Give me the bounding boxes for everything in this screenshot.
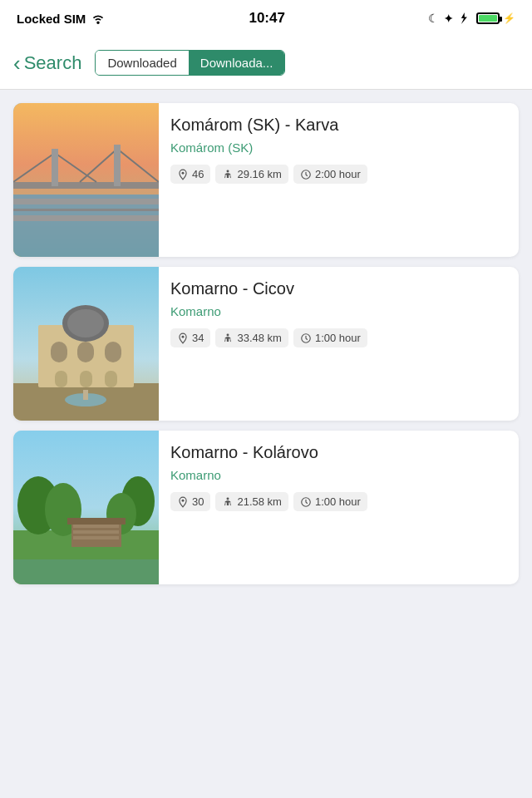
route-region-komarno-cicov: Komarno — [170, 304, 507, 318]
route-image-komarno-kolarovo — [13, 431, 159, 584]
svg-rect-2 — [13, 182, 159, 189]
svg-rect-36 — [67, 518, 126, 525]
svg-rect-7 — [52, 149, 58, 186]
back-chevron-icon: ‹ — [13, 52, 21, 74]
bluetooth-icon: ✦ — [444, 12, 453, 25]
pin-icon — [177, 332, 189, 344]
route-region-komarom-karva: Komárom (SK) — [170, 140, 507, 155]
route-region-komarno-kolarovo: Komarno — [170, 468, 507, 482]
pin-icon — [177, 496, 189, 508]
stat-distance-komarno-kolarovo: 21.58 km — [215, 492, 288, 511]
status-carrier: Locked SIM — [17, 12, 106, 26]
stat-pois-komarno-kolarovo: 30 — [170, 492, 210, 511]
person-icon — [222, 496, 234, 508]
route-stats-komarno-cicov: 34 33.48 km — [170, 328, 507, 347]
route-info-komarom-karva: Komárom (SK) - Karva Komárom (SK) 46 — [159, 103, 519, 257]
clock-icon — [300, 496, 312, 508]
svg-rect-38 — [73, 530, 119, 534]
svg-point-10 — [182, 171, 185, 174]
route-info-komarno-kolarovo: Komarno - Kolárovo Komarno 30 — [159, 431, 519, 584]
route-title-komarno-kolarovo: Komarno - Kolárovo — [170, 442, 507, 463]
stat-duration-komarom-karva: 2:00 hour — [293, 165, 367, 184]
nav-bar: ‹ Search Downloaded Downloada... — [0, 37, 532, 90]
route-title-komarom-karva: Komárom (SK) - Karva — [170, 115, 507, 135]
pin-icon — [177, 169, 189, 180]
svg-point-26 — [182, 335, 185, 337]
stat-distance-komarno-cicov: 33.48 km — [215, 328, 288, 347]
status-time: 10:47 — [249, 10, 284, 27]
svg-point-17 — [67, 309, 104, 337]
wifi-icon — [91, 12, 106, 24]
route-card-komarom-karva[interactable]: Komárom (SK) - Karva Komárom (SK) 46 — [13, 103, 519, 257]
svg-point-11 — [227, 170, 229, 172]
back-button[interactable]: ‹ Search — [13, 52, 81, 74]
carrier-label: Locked SIM — [17, 12, 86, 26]
svg-point-27 — [227, 333, 229, 336]
svg-rect-9 — [13, 201, 159, 204]
person-icon — [222, 169, 234, 180]
status-bar: Locked SIM 10:47 ☾ ✦ ⚡ — [0, 0, 532, 37]
stat-pois-komarno-cicov: 34 — [170, 328, 210, 347]
svg-rect-21 — [55, 371, 67, 387]
route-info-komarno-cicov: Komarno - Cicov Komarno 34 — [159, 267, 519, 421]
svg-rect-20 — [105, 342, 121, 362]
tab-downloaded[interactable]: Downloaded — [96, 51, 188, 75]
status-icons: ☾ ✦ ⚡ — [428, 12, 515, 25]
stat-pois-komarom-karva: 46 — [170, 165, 210, 184]
person-icon — [222, 332, 234, 344]
route-image-komarom-karva — [13, 103, 159, 257]
phone-frame: Locked SIM 10:47 ☾ ✦ ⚡ ‹ Search Download… — [0, 0, 532, 798]
svg-rect-39 — [73, 536, 119, 539]
stat-duration-komarno-kolarovo: 1:00 hour — [293, 492, 367, 511]
clock-icon — [300, 332, 312, 344]
charging-icon: ⚡ — [503, 12, 515, 24]
svg-rect-18 — [51, 342, 67, 362]
route-stats-komarom-karva: 46 29.16 km — [170, 165, 507, 184]
svg-rect-8 — [114, 145, 121, 186]
svg-rect-40 — [13, 559, 159, 584]
svg-rect-23 — [105, 371, 117, 387]
battery-bluetooth-icon — [458, 12, 470, 24]
route-image-komarno-cicov — [13, 267, 159, 421]
route-list: Komárom (SK) - Karva Komárom (SK) 46 — [0, 90, 532, 798]
stat-distance-komarom-karva: 29.16 km — [215, 165, 288, 184]
battery-icon — [476, 12, 500, 24]
svg-rect-19 — [77, 342, 94, 362]
clock-icon — [300, 169, 312, 180]
svg-rect-37 — [73, 525, 119, 528]
stat-duration-komarno-cicov: 1:00 hour — [293, 328, 367, 347]
route-title-komarno-cicov: Komarno - Cicov — [170, 278, 507, 299]
moon-icon: ☾ — [428, 12, 439, 25]
route-stats-komarno-kolarovo: 30 21.58 km — [170, 492, 507, 511]
svg-point-41 — [182, 499, 185, 501]
tab-downloadable[interactable]: Downloada... — [189, 51, 285, 75]
route-card-komarno-kolarovo[interactable]: Komarno - Kolárovo Komarno 30 — [13, 431, 519, 584]
back-label: Search — [24, 52, 82, 74]
tab-group: Downloaded Downloada... — [95, 50, 285, 76]
svg-rect-25 — [83, 390, 88, 400]
route-card-komarno-cicov[interactable]: Komarno - Cicov Komarno 34 — [13, 267, 519, 421]
svg-rect-22 — [80, 371, 92, 387]
svg-point-42 — [227, 497, 229, 500]
